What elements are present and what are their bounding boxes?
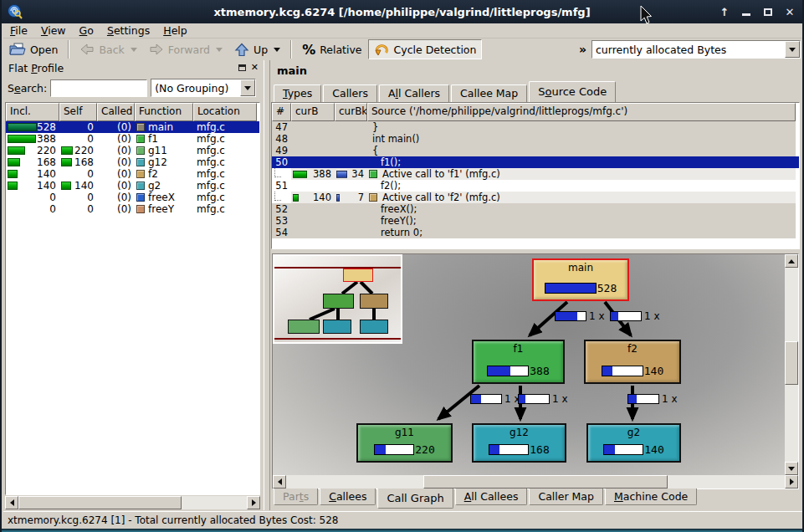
- menu-settings[interactable]: Settings: [100, 23, 156, 38]
- source-line-row[interactable]: 54return 0;: [272, 227, 799, 238]
- tab-call-graph[interactable]: Call Graph: [377, 489, 453, 509]
- scroll-thumb[interactable]: [18, 496, 182, 509]
- panel-splitter[interactable]: [264, 60, 270, 510]
- called-cell: (0): [97, 121, 135, 133]
- graph-node-g11[interactable]: g11220: [356, 423, 453, 463]
- dock-float-icon[interactable]: [238, 64, 246, 71]
- active-call-row[interactable]: 1407Active call to 'f2' (mfg.c): [272, 192, 799, 203]
- table-row-freeX[interactable]: 00(0)freeXmfg.c: [6, 192, 259, 203]
- minimap-node: [360, 294, 388, 309]
- forward-button[interactable]: Forward: [143, 39, 228, 59]
- toolbar-overflow-chevron[interactable]: »: [574, 43, 591, 56]
- back-dropdown-icon[interactable]: [131, 48, 137, 52]
- tab-all-callers[interactable]: All Callers: [379, 84, 449, 102]
- close-button[interactable]: ✕: [784, 6, 796, 18]
- table-row-f1[interactable]: 3880(0)f1mfg.c: [6, 133, 259, 145]
- source-cell: freeX();: [367, 203, 796, 215]
- node-cost-bar: 168: [489, 443, 549, 456]
- column-header-self[interactable]: Self: [59, 103, 97, 121]
- function-color-icon: [136, 135, 145, 143]
- line-number-cell: [272, 168, 291, 180]
- scroll-left-button[interactable]: [273, 475, 286, 489]
- open-label: Open: [30, 43, 58, 56]
- minimize-button[interactable]: [740, 6, 752, 18]
- graph-node-g12[interactable]: g12168: [472, 423, 566, 463]
- tab-all-callees[interactable]: All Callees: [455, 489, 528, 505]
- graph-overview-minimap[interactable]: [273, 254, 402, 344]
- graph-node-f1[interactable]: f1388: [472, 340, 565, 384]
- triangle-left-icon: [10, 499, 14, 506]
- tab-types[interactable]: Types: [274, 84, 321, 102]
- table-row-g11[interactable]: 220220(0)g11mfg.c: [6, 145, 259, 156]
- source-column-header-curb[interactable]: curB: [291, 103, 335, 121]
- graph-node-g2[interactable]: g2140: [586, 423, 681, 463]
- event-type-dropdown-button[interactable]: [785, 41, 800, 58]
- column-header-function[interactable]: Function: [135, 103, 193, 121]
- menu-file[interactable]: File: [3, 23, 34, 38]
- search-input[interactable]: [50, 79, 147, 97]
- up-dropdown-icon[interactable]: [274, 48, 280, 52]
- scroll-right-button[interactable]: [247, 496, 260, 509]
- grouping-select[interactable]: (No Grouping): [151, 79, 256, 97]
- tab-source-code[interactable]: Source Code: [529, 81, 616, 102]
- up-button[interactable]: Up: [228, 39, 286, 59]
- dock-titlebar[interactable]: Flat Profile ✕: [3, 60, 264, 75]
- scroll-thumb[interactable]: [423, 475, 668, 489]
- titlebar[interactable]: xtmemory.kcg.6274 [/home/philippe/valgri…: [2, 0, 802, 23]
- incl-cell: 220: [6, 145, 59, 156]
- source-line-row[interactable]: 51f2();: [272, 180, 799, 192]
- minimap-viewport-line: [274, 338, 401, 340]
- scroll-left-button[interactable]: [5, 496, 18, 509]
- table-row-f2[interactable]: 1400(0)f2mfg.c: [6, 168, 259, 180]
- call-graph-panel[interactable]: main528f1388f2140g11220g12168g21401 x1 x…: [272, 253, 799, 489]
- menu-go[interactable]: Go: [73, 23, 100, 38]
- tab-caller-map[interactable]: Caller Map: [529, 489, 603, 505]
- shade-button[interactable]: ↑: [719, 6, 730, 18]
- curb-bar: [293, 171, 307, 178]
- source-line-row[interactable]: 53freeY();: [272, 215, 799, 227]
- flat-profile-hscrollbar[interactable]: [5, 496, 260, 509]
- scroll-up-button[interactable]: [785, 254, 798, 268]
- graph-hscrollbar[interactable]: [273, 475, 798, 489]
- maximize-button[interactable]: [762, 6, 774, 18]
- source-column-header-curbk[interactable]: curBk: [335, 103, 367, 121]
- scroll-down-button[interactable]: [785, 462, 798, 475]
- column-header-called[interactable]: Called: [97, 103, 135, 121]
- source-column-header-source[interactable]: Source ('/home/philippe/valgrind/littlep…: [367, 103, 796, 121]
- source-line-row[interactable]: 49{: [272, 145, 799, 156]
- graph-vscrollbar[interactable]: [785, 254, 798, 475]
- grouping-dropdown-button[interactable]: [240, 79, 255, 96]
- tab-callers[interactable]: Callers: [323, 84, 377, 102]
- source-line-row[interactable]: 50f1();: [272, 156, 799, 168]
- graph-node-main[interactable]: main528: [532, 258, 629, 301]
- source-line-row[interactable]: 47}: [272, 121, 799, 133]
- relative-button[interactable]: % Relative: [296, 39, 367, 59]
- open-button[interactable]: Open: [3, 39, 64, 59]
- tab-machine-code[interactable]: Machine Code: [605, 489, 697, 505]
- scroll-thumb[interactable]: [785, 341, 798, 385]
- source-code-text: f1();: [367, 157, 401, 168]
- table-row-g2[interactable]: 140140(0)g2mfg.c: [6, 180, 259, 192]
- node-cost-value: 140: [644, 443, 663, 456]
- dock-close-icon[interactable]: ✕: [251, 64, 259, 72]
- tab-callees[interactable]: Callees: [320, 489, 376, 505]
- table-row-g12[interactable]: 168168(0)g12mfg.c: [6, 156, 259, 168]
- tab-callee-map[interactable]: Callee Map: [451, 84, 527, 102]
- event-type-select[interactable]: currently allocated Bytes: [591, 40, 801, 59]
- back-button[interactable]: Back: [74, 39, 142, 59]
- source-column-header--[interactable]: #: [272, 103, 291, 121]
- source-line-row[interactable]: 48int main(): [272, 133, 799, 145]
- column-header-location[interactable]: Location: [193, 103, 257, 121]
- table-row-main[interactable]: 5280(0)mainmfg.c: [6, 121, 259, 133]
- forward-dropdown-icon[interactable]: [216, 48, 223, 52]
- tab-parts[interactable]: Parts: [274, 489, 318, 505]
- active-call-row[interactable]: 38834Active call to 'f1' (mfg.c): [272, 168, 799, 180]
- column-header-incl-[interactable]: Incl.: [6, 103, 59, 121]
- source-line-row[interactable]: 52freeX();: [272, 203, 799, 215]
- graph-node-f2[interactable]: f2140: [584, 340, 681, 384]
- scroll-right-button[interactable]: [785, 475, 798, 489]
- cycle-detection-button[interactable]: Cycle Detection: [368, 39, 483, 59]
- table-row-freeY[interactable]: 00(0)freeYmfg.c: [6, 203, 259, 215]
- menu-help[interactable]: Help: [156, 23, 194, 38]
- menu-view[interactable]: View: [34, 23, 73, 38]
